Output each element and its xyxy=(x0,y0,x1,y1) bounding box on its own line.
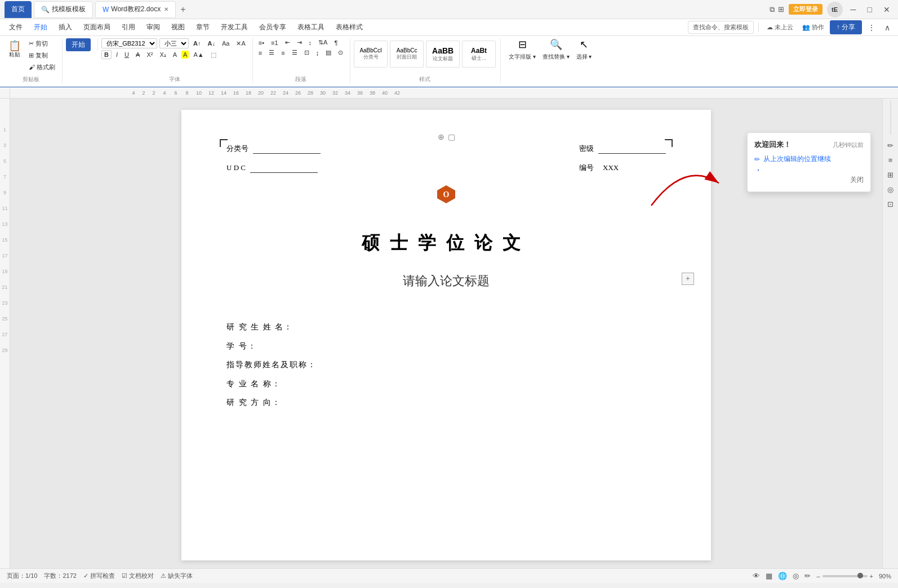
udc-line[interactable] xyxy=(250,163,318,173)
change-case-button[interactable]: Aa xyxy=(220,39,232,47)
sidebar-icon-2[interactable]: ≡ xyxy=(884,154,897,166)
secret-line[interactable] xyxy=(598,144,666,154)
menu-developer[interactable]: 开发工具 xyxy=(216,21,252,34)
menu-home[interactable]: 开始 xyxy=(29,21,52,34)
tab-template[interactable]: 🔍 找模板模板 xyxy=(34,1,93,18)
view-edit-icon[interactable]: ✏ xyxy=(804,572,811,580)
font-name-select[interactable]: 仿宋_GB2312 xyxy=(101,38,157,48)
bold-button[interactable]: B xyxy=(101,50,112,59)
doc-check[interactable]: ☑ 文档校对 xyxy=(122,572,154,580)
font-color-button[interactable]: A xyxy=(171,51,179,59)
tab-close-icon[interactable]: ✕ xyxy=(164,6,168,12)
text-layout-label[interactable]: 文字排版 ▾ xyxy=(509,53,536,61)
font-size-select[interactable]: 小三 xyxy=(159,38,189,48)
font-bg-button[interactable]: A▲ xyxy=(191,51,206,59)
login-button[interactable]: 立即登录 xyxy=(789,4,823,15)
maximize-button[interactable]: □ xyxy=(864,5,875,14)
user-avatar[interactable]: tE xyxy=(827,2,843,17)
missing-font[interactable]: ⚠ 缺失字体 xyxy=(161,572,193,580)
style-sample-4[interactable]: AaBt 硕士... xyxy=(462,41,496,68)
zoom-level[interactable]: 90% xyxy=(879,573,891,580)
grid-icon[interactable]: ⊞ xyxy=(778,5,784,14)
indent-button[interactable]: ⇥ xyxy=(295,38,304,47)
text-layout-icon[interactable]: ⊟ xyxy=(518,38,527,51)
resume-editing-link[interactable]: ✏ 从上次编辑的位置继续 xyxy=(754,154,864,164)
zoom-thumb[interactable] xyxy=(857,573,863,578)
superscript-button[interactable]: X² xyxy=(144,51,155,59)
style-sample-2[interactable]: AaBbCc 封面日期 xyxy=(390,41,424,68)
fill-color-button[interactable]: ⊙ xyxy=(336,48,345,57)
restore-icon[interactable]: ⧉ xyxy=(770,5,775,14)
align-center-button[interactable]: ☰ xyxy=(266,48,277,57)
select-icon[interactable]: ↖ xyxy=(580,38,588,51)
format-painter-button[interactable]: 🖌 格式刷 xyxy=(26,62,57,73)
view-outline-icon[interactable]: ◎ xyxy=(793,572,799,580)
highlight-color-button[interactable]: A xyxy=(181,51,189,59)
border-shading-button[interactable]: ▤ xyxy=(323,48,334,57)
sidebar-scrollbar[interactable] xyxy=(890,101,891,135)
sidebar-icon-1[interactable]: ✏ xyxy=(884,139,897,152)
style-sample-3[interactable]: AaBB 论文标题 xyxy=(426,41,460,68)
menu-file[interactable]: 文件 xyxy=(5,21,27,34)
tab-doc[interactable]: W Word教程2.docx ✕ xyxy=(95,1,176,18)
move-handle[interactable]: ⊕ ▢ xyxy=(438,132,455,142)
line-spacing-button[interactable]: ↕ xyxy=(306,39,314,47)
start-button[interactable]: 开始 xyxy=(66,38,91,51)
collaborate-label[interactable]: 👥 协作 xyxy=(799,21,828,33)
list-ordered-button[interactable]: ≡1 xyxy=(269,39,281,47)
doc-subtitle[interactable]: 请输入论文标题 xyxy=(403,274,490,288)
menu-table-tools[interactable]: 表格工具 xyxy=(293,21,329,34)
not-saved-label[interactable]: ☁ 未上云 xyxy=(763,21,797,33)
sidebar-icon-3[interactable]: ⊞ xyxy=(884,168,897,181)
tab-home[interactable]: 首页 xyxy=(5,1,32,18)
view-web-icon[interactable]: 🌐 xyxy=(778,572,787,580)
char-border-button[interactable]: ⬚ xyxy=(208,51,219,59)
collapse-ribbon-icon[interactable]: ∧ xyxy=(881,21,893,34)
number-value[interactable]: XXX xyxy=(603,163,619,172)
menu-view[interactable]: 视图 xyxy=(167,21,189,34)
doc-main-title[interactable]: 硕士学位论文 xyxy=(226,231,666,256)
sort-button[interactable]: ⇅A xyxy=(316,38,330,47)
view-print-icon[interactable]: ▦ xyxy=(766,572,772,580)
align-justify-button[interactable]: ☰ xyxy=(290,48,300,57)
list-unordered-button[interactable]: ≡• xyxy=(256,39,266,47)
zoom-slider[interactable] xyxy=(823,575,868,577)
clear-format-button[interactable]: ✕A xyxy=(234,39,247,48)
font-shrink-button[interactable]: A↓ xyxy=(206,39,217,47)
zoom-plus-button[interactable]: + xyxy=(870,573,873,580)
paste-button[interactable]: 📋 粘贴 xyxy=(5,38,25,61)
style-sample-1[interactable]: AaBbCcI 分类号 xyxy=(354,41,388,68)
menu-layout[interactable]: 页面布局 xyxy=(79,21,115,34)
show-marks-button[interactable]: ¶ xyxy=(332,39,340,47)
close-button[interactable]: ✕ xyxy=(880,5,893,14)
text-direction-button[interactable]: ⊡ xyxy=(302,48,312,57)
underline-button[interactable]: U xyxy=(122,51,131,59)
align-right-button[interactable]: ≡ xyxy=(279,49,287,57)
menu-insert[interactable]: 插入 xyxy=(54,21,77,34)
add-table-button[interactable]: + xyxy=(682,273,694,285)
font-grow-button[interactable]: A↑ xyxy=(191,39,203,47)
spell-check[interactable]: ✓ 拼写检查 xyxy=(83,572,115,580)
zoom-minus-button[interactable]: – xyxy=(816,573,820,580)
outdent-button[interactable]: ⇤ xyxy=(283,38,292,47)
view-normal-icon[interactable]: 👁 xyxy=(753,572,760,580)
menu-table-style[interactable]: 表格样式 xyxy=(331,21,367,34)
add-tab-button[interactable]: + xyxy=(180,5,185,15)
menu-review[interactable]: 审阅 xyxy=(142,21,165,34)
subscript-button[interactable]: X₂ xyxy=(157,51,168,59)
menu-chapter[interactable]: 章节 xyxy=(192,21,214,34)
strikethrough-button[interactable]: A xyxy=(134,51,142,59)
minimize-button[interactable]: ─ xyxy=(847,5,860,14)
search-command[interactable]: 查找命令、搜索模板 xyxy=(688,21,754,34)
italic-button[interactable]: I xyxy=(114,51,120,59)
document-page[interactable]: ⊕ ▢ 分类号 U D C 密级 xyxy=(181,110,711,560)
menu-references[interactable]: 引用 xyxy=(117,21,140,34)
cut-button[interactable]: ✂ 剪切 xyxy=(26,38,57,49)
find-replace-icon[interactable]: 🔍 xyxy=(550,38,562,51)
find-replace-label[interactable]: 查找替换 ▾ xyxy=(543,53,570,61)
para-spacing-button[interactable]: ↨ xyxy=(314,49,322,57)
copy-button[interactable]: ⊞ 复制 xyxy=(26,50,57,61)
select-label[interactable]: 选择 ▾ xyxy=(576,53,592,61)
more-menu-icon[interactable]: ⋮ xyxy=(864,21,879,34)
welcome-close-button[interactable]: 关闭 xyxy=(754,175,864,185)
